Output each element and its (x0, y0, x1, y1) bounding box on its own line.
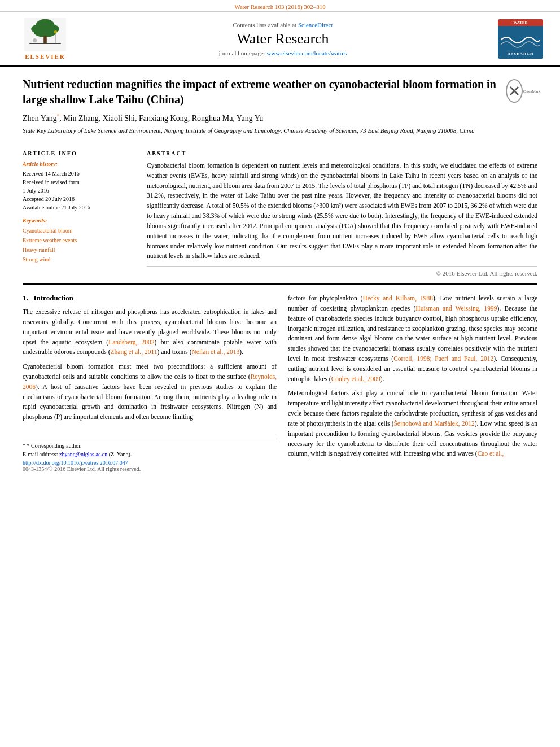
citation-text: Water Research 103 (2016) 302–310 (234, 3, 326, 10)
article-info-header: ARTICLE INFO (23, 150, 135, 156)
svg-point-9 (54, 30, 58, 34)
abstract-text: Cyanobacterial bloom formation is depend… (147, 161, 537, 261)
available-online-date: Available online 21 July 2016 (23, 203, 135, 212)
svg-rect-5 (43, 36, 47, 43)
elsevier-tree-icon (23, 18, 68, 51)
reynolds-ref[interactable]: Reynolds, 2006 (23, 373, 277, 390)
article-info-column: ARTICLE INFO Article history: Received 1… (23, 150, 135, 277)
history-label: Article history: (23, 161, 135, 167)
sejnohova-ref[interactable]: Šejnohová and Maršálek, 2012 (393, 420, 474, 427)
logo-research-text: RESEARCH (508, 51, 534, 56)
body-left-column: 1. Introduction The excessive release of… (23, 294, 277, 472)
authors-text: Zhen Yang*, Min Zhang, Xiaoli Shi, Fanxi… (23, 114, 263, 123)
footnote-star: * (23, 443, 27, 449)
crossmark-icon (507, 84, 522, 98)
footer-separator: * * Corresponding author. E-mail address… (23, 439, 277, 472)
authors-line: Zhen Yang*, Min Zhang, Xiaoli Shi, Fanxi… (23, 113, 537, 123)
crossmark-label: CrossMark (523, 89, 540, 94)
water-research-logo-area: WATER RESEARCH (487, 19, 543, 59)
issn-text: 0043-1354/© 2016 Elsevier Ltd. All right… (23, 466, 277, 472)
email-suffix: (Z. Yang). (109, 451, 132, 457)
footer-area: * * Corresponding author. E-mail address… (23, 434, 277, 472)
keyword-1: Cyanobacterial bloom (23, 226, 135, 235)
crossmark-circle (506, 79, 523, 103)
elsevier-logo-area: ELSEVIER (11, 18, 79, 60)
received-revised-label: Received in revised form (23, 178, 135, 186)
right-paragraph-2: Meteorological factors also play a cruci… (288, 388, 537, 459)
journal-header: ELSEVIER Contents lists available at Sci… (0, 12, 560, 67)
abstract-header: ABSTRACT (147, 150, 537, 156)
section-title-text: Introduction (34, 294, 74, 302)
abstract-column: ABSTRACT Cyanobacterial bloom formation … (147, 150, 537, 277)
journal-info-center: Contents lists available at ScienceDirec… (79, 21, 487, 56)
sciencedirect-prefix: Contents lists available at (233, 21, 298, 28)
journal-homepage-link[interactable]: www.elsevier.com/locate/watres (266, 50, 347, 56)
article-title: Nutrient reduction magnifies the impact … (23, 77, 537, 107)
corresponding-author-text: * Corresponding author. (27, 443, 82, 449)
doi-line: http://dx.doi.org/10.1016/j.watres.2016.… (23, 460, 277, 466)
svg-point-7 (33, 38, 37, 42)
intro-paragraph-1: The excessive release of nitrogen and ph… (23, 307, 277, 357)
received-date: Received 14 March 2016 (23, 169, 135, 178)
corresponding-author-note: * * Corresponding author. (23, 443, 277, 449)
water-wave-icon (501, 29, 540, 51)
affiliation-text: State Key Laboratory of Lake Science and… (23, 126, 537, 135)
keywords-label: Keywords: (23, 217, 135, 224)
body-right-column: factors for phytoplankton (Hecky and Kil… (288, 294, 537, 472)
article-title-area: Nutrient reduction magnifies the impact … (23, 77, 537, 107)
elsevier-brand-text: ELSEVIER (25, 53, 65, 60)
keyword-3: Heavy rainfall (23, 245, 135, 255)
neilan-ref[interactable]: Neilan et al., 2013 (192, 348, 240, 355)
elsevier-logo: ELSEVIER (11, 18, 79, 60)
sciencedirect-line: Contents lists available at ScienceDirec… (79, 21, 487, 28)
hecky-ref[interactable]: Hecky and Kilham, 1988 (362, 295, 432, 302)
huisman-ref[interactable]: Huisman and Weissing, 1999 (415, 305, 497, 312)
zhang-ref[interactable]: Zhang et al., 2011 (111, 348, 158, 355)
water-research-logo: WATER RESEARCH (498, 19, 543, 59)
email-label: E-mail address: (23, 451, 59, 457)
intro-paragraph-2: Cyanobacterial bloom formation must meet… (23, 362, 277, 422)
main-content: Nutrient reduction magnifies the impact … (0, 67, 560, 482)
keyword-2: Extreme weather events (23, 235, 135, 245)
cao-ref[interactable]: Cao et al., (478, 450, 504, 457)
correll-ref[interactable]: Correll, 1998; Paerl and Paul, 2012 (393, 355, 493, 362)
intro-section-title: 1. Introduction (23, 294, 277, 303)
journal-citation: Water Research 103 (2016) 302–310 (0, 0, 560, 12)
email-note: E-mail address: zhyang@niglas.ac.cn (Z. … (23, 451, 277, 457)
logo-body: RESEARCH (498, 26, 543, 59)
email-link[interactable]: zhyang@niglas.ac.cn (59, 451, 107, 457)
landsberg-ref[interactable]: Landsberg, 2002 (108, 339, 154, 346)
section-number: 1. (23, 294, 28, 302)
homepage-prefix: journal homepage: (218, 50, 266, 56)
right-paragraph-1: factors for phytoplankton (Hecky and Kil… (288, 294, 537, 384)
body-content: 1. Introduction The excessive release of… (23, 283, 537, 472)
keywords-list: Cyanobacterial bloom Extreme weather eve… (23, 226, 135, 264)
conley-ref[interactable]: Conley et al., 2009 (331, 375, 380, 382)
revised-date: 1 July 2016 (23, 186, 135, 195)
svg-point-4 (34, 27, 57, 37)
doi-link[interactable]: http://dx.doi.org/10.1016/j.watres.2016.… (23, 460, 128, 466)
copyright-text: © 2016 Elsevier Ltd. All rights reserved… (147, 266, 537, 277)
journal-title: Water Research (79, 30, 487, 47)
logo-top-text: WATER (498, 19, 543, 26)
sciencedirect-link[interactable]: ScienceDirect (298, 21, 333, 28)
journal-homepage-line: journal homepage: www.elsevier.com/locat… (79, 50, 487, 56)
keyword-4: Strong wind (23, 255, 135, 264)
accepted-date: Accepted 20 July 2016 (23, 195, 135, 203)
info-abstract-section: ARTICLE INFO Article history: Received 1… (23, 143, 537, 277)
crossmark-badge: CrossMark (509, 77, 537, 105)
